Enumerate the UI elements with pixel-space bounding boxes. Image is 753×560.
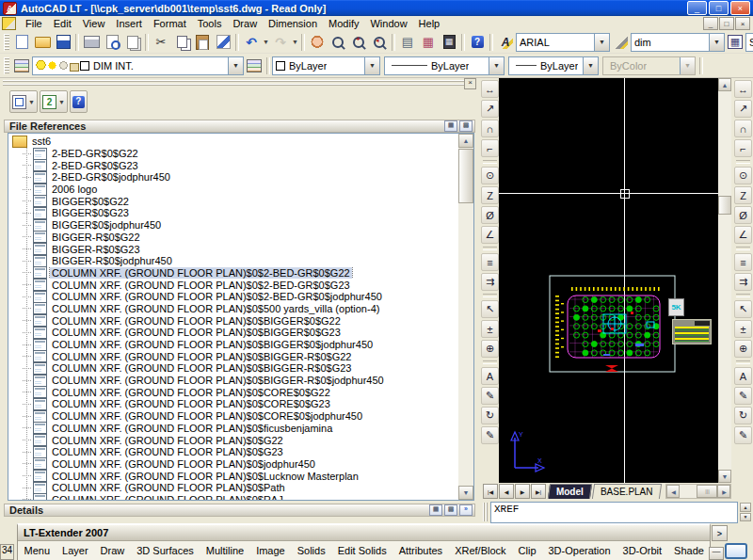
dim-aligned-button[interactable]: ↗ (734, 100, 752, 118)
lt-menu-item-layer[interactable]: Layer (56, 545, 95, 556)
tree-item[interactable]: COLUMN XRF. (GROUND FLOOR PLAN)$0$CORE$0… (8, 386, 458, 398)
tree-view-button[interactable]: ▩ (459, 120, 473, 132)
restore-button[interactable]: □ (709, 1, 729, 15)
command-scroll-up-icon[interactable]: ▲ (740, 503, 751, 512)
menu-item-format[interactable]: Format (148, 17, 192, 30)
tree-item[interactable]: COLUMN XRF. (GROUND FLOOR PLAN)$0$BIGGER… (8, 350, 458, 362)
tree-item[interactable]: COLUMN XRF. (GROUND FLOOR PLAN)$0$BIGGER… (8, 314, 458, 327)
tree-scrollbar[interactable]: ▲ ▼ (458, 134, 473, 500)
text-style-button[interactable] (495, 32, 516, 53)
color-combo[interactable]: ByLayer ▼ (272, 56, 380, 75)
help-button[interactable] (467, 32, 488, 53)
lineweight-combo[interactable]: ByLayer ▼ (508, 56, 599, 75)
dim-style-combo[interactable]: dim ▼ (631, 33, 725, 52)
lt-menu-item-3d-surfaces[interactable]: 3D Surfaces (131, 545, 200, 556)
minimize-button[interactable]: _ (687, 1, 707, 15)
dim-edit-button[interactable]: ✎ (481, 387, 499, 405)
menu-item-modify[interactable]: Modify (323, 17, 364, 30)
table-style-combo[interactable]: Standard ▼ (745, 33, 753, 52)
dim-arc-length-button[interactable]: ∩ (734, 120, 752, 137)
scroll-down-icon[interactable]: ▼ (458, 486, 473, 500)
chevron-down-icon[interactable]: ▼ (228, 57, 243, 74)
menu-item-edit[interactable]: Edit (48, 17, 77, 30)
tab-prev-button[interactable]: ◀ (499, 484, 514, 499)
tree-item[interactable]: COLUMN XRF. (GROUND FLOOR PLAN)$0$RAJ (8, 494, 458, 501)
scroll-right-icon[interactable]: ▶ (717, 485, 730, 498)
tab-last-button[interactable]: ▶| (531, 484, 546, 499)
new-button[interactable] (11, 32, 32, 53)
tree-item[interactable]: COLUMN XRF. (GROUND FLOOR PLAN)$0$BIGGER… (8, 327, 458, 339)
layer-lock-icon[interactable] (70, 63, 79, 72)
tree-item[interactable]: COLUMN XRF. (GROUND FLOOR PLAN)$0$Luckno… (8, 470, 458, 482)
quickcalc-button[interactable] (439, 32, 459, 53)
lt-menu-item-xref-block[interactable]: XRef/Block (449, 545, 512, 556)
tree-item[interactable]: COLUMN XRF. (GROUND FLOOR PLAN)$0$500 ya… (8, 303, 458, 315)
dim-radius-button[interactable]: ⊙ (734, 167, 752, 184)
zoom-previous-button[interactable] (369, 32, 390, 53)
plot-preview-button[interactable] (102, 32, 122, 53)
lt-menu-item-edit-solids[interactable]: Edit Solids (331, 545, 393, 556)
palette-grab-bar[interactable] (3, 80, 476, 87)
dim-diameter-button[interactable]: Ø (481, 206, 499, 224)
mini-minimize-button[interactable]: — (709, 547, 724, 560)
tree-item[interactable]: COLUMN XRF. (GROUND FLOOR PLAN)$0$jodphu… (8, 458, 458, 471)
menu-item-window[interactable]: Window (364, 17, 412, 30)
layer-manager-button[interactable] (11, 56, 32, 76)
chevron-down-icon[interactable]: ▼ (594, 34, 609, 51)
tree-item[interactable]: COLUMN XRF. (GROUND FLOOR PLAN)$0$BIGGER… (8, 339, 458, 351)
chevron-down-icon[interactable]: ▼ (709, 34, 724, 51)
menu-item-view[interactable]: View (77, 17, 111, 30)
toolbar-grip[interactable] (4, 34, 9, 51)
canvas-vertical-scrollbar[interactable]: ▲ ▼ (718, 78, 731, 483)
lt-menu-item-shade[interactable]: Shade (668, 545, 710, 556)
dim-continue-button[interactable]: ⇉ (481, 273, 499, 291)
tab-model[interactable]: Model (548, 484, 592, 499)
match-properties-button[interactable] (213, 32, 233, 53)
focused-blue-button[interactable] (725, 543, 747, 559)
toolbar-grip[interactable] (4, 57, 9, 74)
dim-angular-button[interactable]: ∠ (481, 226, 499, 244)
tree-item[interactable]: COLUMN XRF. (GROUND FLOOR PLAN)$0$G23 (8, 446, 458, 458)
dim-linear-button[interactable]: ↔ (481, 80, 499, 98)
center-mark-button[interactable]: ⊕ (481, 340, 499, 358)
lt-menu-item-multiline[interactable]: Multiline (200, 545, 249, 556)
menu-item-draw[interactable]: Draw (227, 17, 263, 30)
menu-item-file[interactable]: File (20, 17, 48, 30)
tab-scrollbar[interactable]: ◀ ||| ▶ (665, 484, 731, 499)
publish-button[interactable] (122, 32, 143, 53)
tree-item[interactable]: COLUMN XRF. (GROUND FLOOR PLAN)$0$2-BED-… (8, 291, 458, 303)
doc-close-button[interactable]: × (735, 17, 750, 30)
scroll-left-icon[interactable]: ◀ (666, 485, 680, 498)
text-style-combo[interactable]: ARIAL ▼ (516, 33, 610, 52)
tolerance-button[interactable]: ± (481, 320, 499, 338)
dim-continue-button[interactable]: ⇉ (734, 273, 752, 291)
lt-menu-item-attributes[interactable]: Attributes (393, 545, 448, 556)
tree-item[interactable]: COLUMN XRF. (GROUND FLOOR PLAN)$0$ficusb… (8, 423, 458, 435)
dim-text-edit-button[interactable]: A (481, 367, 499, 385)
tree-item[interactable]: 2-BED-GR$0$G23 (8, 159, 458, 171)
menu-item-insert[interactable]: Insert (110, 17, 148, 30)
lt-menu-item-draw[interactable]: Draw (94, 545, 131, 556)
layer-vp-freeze-icon[interactable] (58, 60, 69, 71)
properties-button[interactable] (397, 32, 418, 53)
tree-item[interactable]: 2-BED-GR$0$G22 (8, 148, 458, 160)
linetype-combo[interactable]: ByLayer ▼ (384, 56, 505, 75)
layer-previous-button[interactable] (244, 56, 264, 76)
dim-linear-button[interactable]: ↔ (734, 80, 752, 98)
scrollbar-thumb[interactable]: ||| (697, 485, 717, 498)
chevron-down-icon[interactable]: ▼ (262, 34, 270, 51)
tree-item[interactable]: 2-BED-GR$0$jodphur450 (8, 171, 458, 184)
dim-jogged-button[interactable]: Z (481, 186, 499, 204)
tab-next-button[interactable]: ▶ (515, 484, 530, 499)
dim-style-button[interactable]: ✎ (734, 426, 752, 444)
lt-menu-item-clip[interactable]: Clip (512, 545, 542, 556)
plot-button[interactable] (81, 32, 102, 53)
close-button[interactable]: × (730, 1, 750, 15)
tab-first-button[interactable]: |◀ (483, 484, 498, 499)
tree-item[interactable]: COLUMN XRF. (GROUND FLOOR PLAN)$0$Path (8, 482, 458, 494)
scrollbar-thumb[interactable] (458, 149, 473, 203)
menu-item-dimension[interactable]: Dimension (263, 17, 323, 30)
doc-minimize-button[interactable]: _ (703, 17, 718, 30)
scroll-up-icon[interactable]: ▲ (718, 78, 731, 91)
list-view-button[interactable]: ▦ (444, 120, 457, 132)
